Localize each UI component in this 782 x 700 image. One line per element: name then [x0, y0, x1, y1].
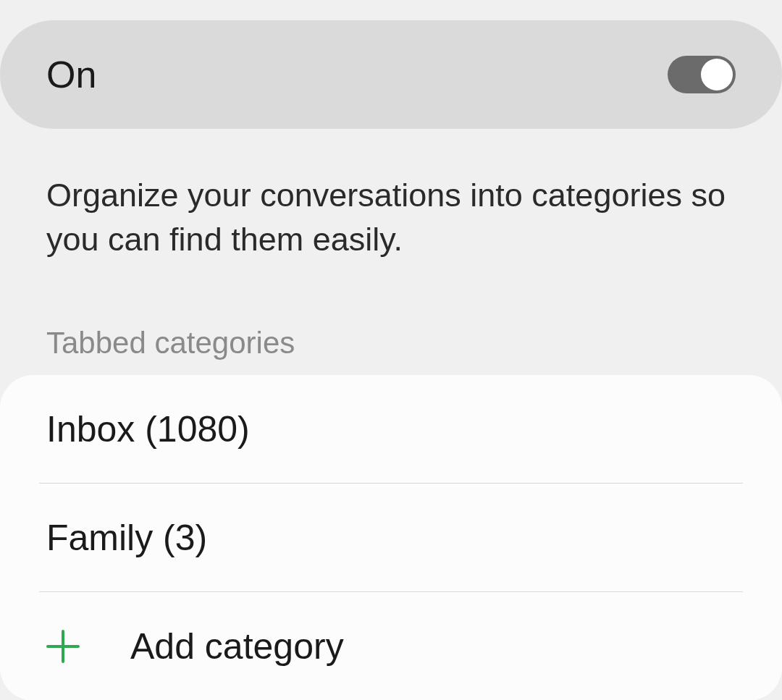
- category-label: Inbox (1080): [46, 408, 250, 450]
- toggle-switch[interactable]: [668, 56, 736, 93]
- section-header: Tabbed categories: [0, 262, 782, 375]
- toggle-knob: [701, 59, 733, 90]
- add-category-button[interactable]: Add category: [0, 592, 782, 701]
- category-list: Inbox (1080) Family (3) Add category: [0, 375, 782, 701]
- toggle-label: On: [46, 53, 96, 96]
- add-category-label: Add category: [130, 625, 344, 667]
- plus-icon: [46, 630, 80, 663]
- category-label: Family (3): [46, 517, 207, 559]
- settings-description: Organize your conversations into categor…: [0, 129, 782, 262]
- category-item-inbox[interactable]: Inbox (1080): [0, 375, 782, 484]
- category-item-family[interactable]: Family (3): [0, 484, 782, 592]
- toggle-card: On: [0, 20, 782, 129]
